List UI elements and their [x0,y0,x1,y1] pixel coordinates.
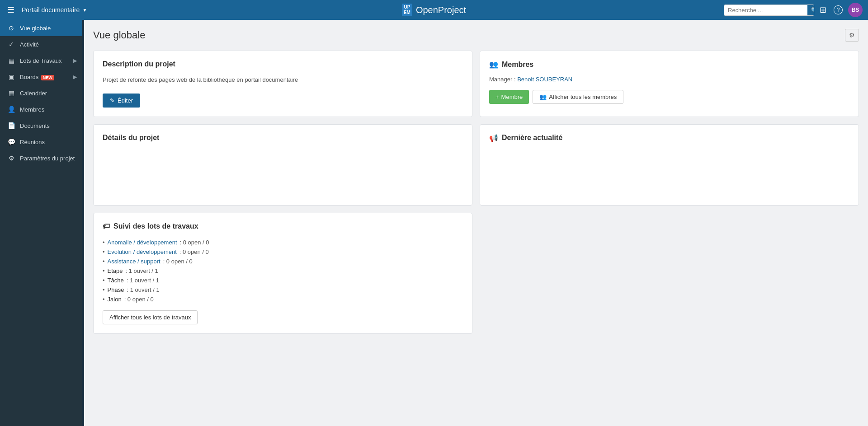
project-chevron-icon: ▼ [82,8,87,13]
lots-travaux-icon: ▦ [7,57,15,64]
membres-actions: + Membre 👥 Afficher tous les membres [489,90,849,104]
description-card: Description du projet Projet de refonte … [93,51,472,117]
suivi-link-assistance[interactable]: Assistance / support [108,258,160,265]
sidebar-label-activite: Activité [20,41,77,48]
sidebar-item-membres[interactable]: 👤 Membres [0,101,84,117]
edit-icon: ✎ [110,97,115,104]
logo-badge: UP EM [402,4,412,16]
sidebar: ⊙ Vue globale ✓ Activité ▦ Lots de Trava… [0,20,84,426]
actualite-card: 📢 Dernière actualité [480,124,859,206]
suivi-link-evolution[interactable]: Evolution / développement [108,248,177,255]
sidebar-label-parametres: Paramètres du projet [20,155,77,162]
search-input[interactable] [724,5,807,15]
show-lots-button[interactable]: Afficher tous les lots de travaux [103,310,198,324]
description-text: Projet de refonte des pages web de la bi… [103,75,463,84]
manager-link[interactable]: Benoit SOUBEYRAN [517,76,572,83]
search-submit-button[interactable]: 🔍 [807,5,814,15]
sidebar-label-membres: Membres [20,106,77,113]
suivi-count-etape: : 1 ouvert / 1 [126,267,158,274]
grid-menu-button[interactable]: ⊞ [818,3,828,17]
suivi-count-tache: : 1 ouvert / 1 [127,277,159,284]
suivi-card-title: 🏷 Suivi des lots de travaux [103,222,463,230]
list-item: Tâche : 1 ouvert / 1 [103,276,463,285]
suivi-icon: 🏷 [103,222,110,230]
main-content: Vue globale ⚙ Description du projet Proj… [84,20,868,426]
sidebar-label-vue-globale: Vue globale [20,25,77,32]
sidebar-resizer[interactable] [82,20,84,426]
list-item: Phase : 1 ouvert / 1 [103,285,463,295]
sidebar-label-boards: Boards NEW [20,74,69,80]
sidebar-item-reunions[interactable]: 💬 Réunions [0,134,84,150]
list-item: Anomalie / développement : 0 open / 0 [103,238,463,247]
boards-arrow-icon: ▶ [73,74,77,80]
suivi-card: 🏷 Suivi des lots de travaux Anomalie / d… [93,213,472,334]
help-button[interactable]: ? [832,4,844,16]
documents-icon: 📄 [7,122,15,129]
list-item: Evolution / développement : 0 open / 0 [103,247,463,257]
vue-globale-icon: ⊙ [7,24,15,32]
actualite-card-title: 📢 Dernière actualité [489,134,849,142]
suivi-label-etape: Etape [108,267,123,274]
suivi-list: Anomalie / développement : 0 open / 0 Ev… [103,238,463,304]
add-icon: + [495,94,499,100]
header-right: 🔍 ⊞ ? BS [724,3,863,17]
sidebar-item-boards[interactable]: ▣ Boards NEW ▶ [0,69,84,85]
page-title: Vue globale [93,29,145,41]
membres-title-icon: 👥 [489,60,498,69]
sidebar-label-calendrier: Calendrier [20,90,77,97]
logo-text: OpenProject [416,5,466,15]
sidebar-label-documents: Documents [20,122,77,129]
cards-grid: Description du projet Projet de refonte … [93,51,859,334]
lots-travaux-arrow-icon: ▶ [73,58,77,64]
menu-button[interactable]: ☰ [5,3,16,17]
top-header: ☰ Portail documentaire ▼ UP EM OpenProje… [0,0,868,20]
suivi-label-jalon: Jalon [108,296,122,303]
actualite-icon: 📢 [489,134,498,142]
sidebar-item-vue-globale[interactable]: ⊙ Vue globale [0,20,84,36]
suivi-count-jalon: : 0 open / 0 [124,296,154,303]
parametres-icon: ⚙ [7,154,15,162]
details-card-title: Détails du projet [103,134,463,142]
activite-icon: ✓ [7,41,15,48]
add-membre-button[interactable]: + Membre [489,90,529,104]
show-all-membres-button[interactable]: 👥 Afficher tous les membres [533,90,623,104]
suivi-label-phase: Phase [108,286,124,293]
list-item: Etape : 1 ouvert / 1 [103,266,463,276]
page-header: Vue globale ⚙ [93,29,859,42]
suivi-label-tache: Tâche [108,277,124,284]
sidebar-item-calendrier[interactable]: ▦ Calendrier [0,85,84,101]
boards-new-badge: NEW [41,75,54,80]
sidebar-label-reunions: Réunions [20,139,77,145]
suivi-count-evolution: : 0 open / 0 [179,248,209,255]
list-item: Jalon : 0 open / 0 [103,295,463,304]
membres-icon: 👤 [7,106,15,113]
app-logo: UP EM OpenProject [402,4,466,16]
sidebar-item-lots-travaux[interactable]: ▦ Lots de Travaux ▶ [0,52,84,69]
sidebar-item-parametres[interactable]: ⚙ Paramètres du projet [0,150,84,166]
sidebar-item-activite[interactable]: ✓ Activité [0,36,84,52]
sidebar-label-lots-travaux: Lots de Travaux [20,57,69,64]
search-box[interactable]: 🔍 [724,5,814,16]
sidebar-item-documents[interactable]: 📄 Documents [0,117,84,134]
membres-card-title: 👥 Membres [489,60,849,69]
suivi-count-assistance: : 0 open / 0 [163,258,193,265]
details-card: Détails du projet [93,124,472,206]
manager-line: Manager : Benoit SOUBEYRAN [489,76,849,83]
suivi-count-phase: : 1 ouvert / 1 [127,286,159,293]
description-card-title: Description du projet [103,60,463,68]
suivi-link-anomalie[interactable]: Anomalie / développement [108,239,177,246]
reunions-icon: 💬 [7,138,15,145]
project-name-header[interactable]: Portail documentaire ▼ [22,6,87,14]
boards-icon: ▣ [7,73,15,80]
show-membres-icon: 👥 [539,94,547,100]
suivi-count-anomalie: : 0 open / 0 [180,239,209,246]
project-title: Portail documentaire [22,6,80,14]
user-avatar[interactable]: BS [848,3,863,17]
list-item: Assistance / support : 0 open / 0 [103,257,463,266]
app-layout: ⊙ Vue globale ✓ Activité ▦ Lots de Trava… [0,20,868,426]
edit-button[interactable]: ✎ Éditer [103,94,140,108]
page-settings-button[interactable]: ⚙ [845,29,859,42]
membres-card: 👥 Membres Manager : Benoit SOUBEYRAN + M… [480,51,859,117]
calendrier-icon: ▦ [7,89,15,97]
